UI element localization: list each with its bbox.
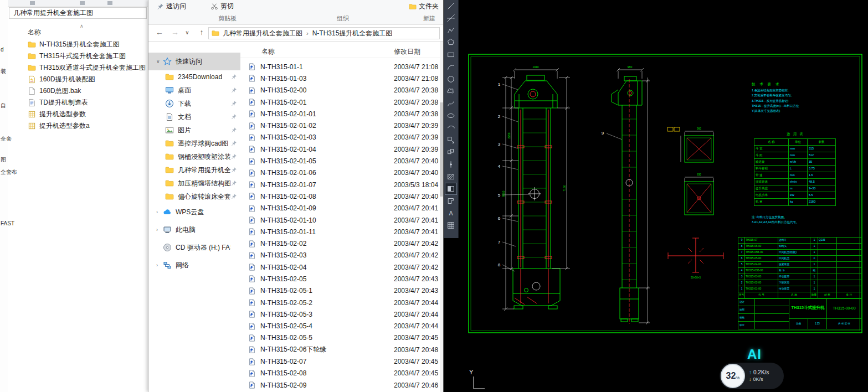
- sidebar-item[interactable]: 几种常用提升机全套: [148, 163, 240, 177]
- file-row[interactable]: N-TH315-02-01-10 2003/4/7 20:41: [240, 214, 440, 226]
- cad-tool-icon[interactable]: [445, 49, 457, 61]
- list-item[interactable]: N-TH315提升机全套施工图: [8, 39, 148, 50]
- cad-tool-icon[interactable]: [445, 171, 457, 183]
- column-header-name[interactable]: 名称: [261, 47, 275, 56]
- file-row[interactable]: N-TH315-02-05-4 2003/4/7 20:44: [240, 321, 440, 332]
- file-row[interactable]: N-TH315-02-03 2003/4/7 20:42: [240, 250, 440, 261]
- file-row[interactable]: N-TH315-02-01-05 2003/4/7 20:40: [240, 155, 440, 167]
- expand-chevron-icon[interactable]: ›: [156, 262, 163, 268]
- cad-tool-icon[interactable]: [445, 134, 457, 146]
- file-row[interactable]: N-TH315-01-1 2003/4/7 21:08: [240, 61, 440, 73]
- list-item[interactable]: TH315双通道斗式提升机全套施工图: [8, 62, 148, 74]
- sidebar-item[interactable]: 下载: [148, 97, 240, 110]
- new-folder-button[interactable]: 文件夹: [409, 2, 439, 11]
- cad-tool-icon[interactable]: [445, 37, 457, 49]
- sidebar-item[interactable]: 桌面: [148, 84, 240, 97]
- expand-chevron-icon[interactable]: ›: [156, 209, 163, 215]
- file-row[interactable]: N-TH315-02-01-04 2003/4/7 20:39: [240, 143, 440, 155]
- cad-tool-icon[interactable]: [445, 158, 457, 171]
- sidebar-item[interactable]: 文档: [148, 110, 240, 123]
- file-row[interactable]: N-TH315-02-01-02 2003/4/7 20:39: [240, 120, 440, 131]
- expand-chevron-icon[interactable]: ∨: [156, 59, 163, 64]
- file-row[interactable]: N-TH315-02-01-07 2003/5/3 18:04: [240, 179, 440, 190]
- forward-button[interactable]: →: [170, 28, 181, 37]
- ai-logo[interactable]: AI: [747, 347, 762, 362]
- sidebar-item[interactable]: CD 驱动器 (H:) FAST: [148, 239, 240, 256]
- sidebar-item[interactable]: ∨ 快速访问: [148, 53, 240, 70]
- file-row[interactable]: N-TH315-02-04 2003/4/7 20:42: [240, 261, 440, 273]
- cad-tool-icon[interactable]: [445, 146, 457, 158]
- cad-tool-icon[interactable]: [445, 24, 457, 37]
- list-item[interactable]: TH315斗式提升机全套施工图: [8, 50, 148, 62]
- list-item[interactable]: 提升机选型参数a: [8, 120, 148, 132]
- list-item[interactable]: TD提升机制造表: [8, 97, 148, 109]
- sidebar-item[interactable]: 偏心旋转滚床全套制: [148, 190, 240, 203]
- cut-button[interactable]: 剪切: [210, 2, 234, 11]
- download-speed-widget[interactable]: 32 % ↑0.2K/s ↓0K/s: [720, 363, 784, 389]
- parameter-table-caption: 选 用 表: [754, 132, 837, 138]
- column-header-date[interactable]: 修改日期: [394, 47, 420, 56]
- breadcrumb-segment[interactable]: 几种常用提升机全套施工图: [223, 29, 302, 38]
- file-row[interactable]: N-TH315-02-01-09 2003/4/7 20:41: [240, 203, 440, 214]
- cad-tool-icon[interactable]: [445, 61, 457, 73]
- file-row[interactable]: N-TH315-02-07 2003/4/7 20:45: [240, 355, 440, 367]
- cad-tool-icon[interactable]: [445, 73, 457, 85]
- file-row[interactable]: N-TH315-02-01-03 2003/4/7 20:39: [240, 132, 440, 143]
- file-row[interactable]: N-TH315-02-08 2003/4/7 20:45: [240, 368, 440, 379]
- cad-tool-icon[interactable]: [445, 12, 457, 24]
- file-row[interactable]: N-TH315-01-03 2003/4/7 21:08: [240, 73, 440, 84]
- address-bar[interactable]: 几种常用提升机全套施工图 › N-TH315提升机全套施工图: [208, 27, 440, 39]
- sidebar-item-label: 桌面: [178, 86, 230, 95]
- sidebar-item[interactable]: 钢桶浸塑喷塑涂装设: [148, 150, 240, 163]
- file-row[interactable]: N-TH315-02-01-01 2003/4/7 20:38: [240, 108, 440, 120]
- breadcrumb-segment[interactable]: N-TH315提升机全套施工图: [312, 29, 393, 38]
- file-row[interactable]: N-TH315-02-01 2003/4/7 20:38: [240, 96, 440, 108]
- file-row[interactable]: N-TH315-02-01-06 2003/4/7 20:40: [240, 167, 440, 179]
- file-row[interactable]: N-TH315-02-05-5 2003/4/7 20:45: [240, 332, 440, 344]
- history-dropdown-button[interactable]: ∨: [182, 29, 193, 35]
- file-row[interactable]: N-TH315-02-01-08 2003/4/7 20:40: [240, 190, 440, 202]
- sidebar-item[interactable]: 2345Download: [148, 70, 240, 84]
- file-row[interactable]: N-TH315-02-09 2003/4/7 20:46: [240, 379, 440, 391]
- scrollbar-thumb[interactable]: [440, 102, 443, 197]
- sidebar-item-label: 加压精馏塔结构图: [178, 179, 230, 188]
- dwg-file-icon: [248, 275, 256, 283]
- cad-tool-icon[interactable]: [445, 219, 457, 231]
- sidebar-item[interactable]: 遥控浮球阀cad图: [148, 137, 240, 150]
- sidebar-item[interactable]: › 网络: [148, 256, 240, 274]
- back-button[interactable]: ←: [154, 28, 165, 37]
- column-header-name[interactable]: 名称: [28, 28, 41, 37]
- file-row[interactable]: N-TH315-02-06下轮缘 2003/4/7 20:48: [240, 344, 440, 355]
- file-row[interactable]: N-TH315-02-05-2 2003/4/7 20:44: [240, 297, 440, 308]
- list-item[interactable]: 160D总图.bak: [8, 85, 148, 97]
- folder-title[interactable]: 几种常用提升机全套施工图: [9, 7, 147, 19]
- expand-chevron-icon[interactable]: ›: [156, 227, 163, 233]
- cad-tool-icon[interactable]: [445, 85, 457, 97]
- sidebar-item[interactable]: 加压精馏塔结构图: [148, 177, 240, 190]
- up-button[interactable]: ↑: [196, 28, 207, 37]
- file-name: N-TH315-02-01-04: [260, 146, 316, 153]
- file-row[interactable]: N-TH315-02-05 2003/4/7 20:43: [240, 273, 440, 285]
- cad-tool-icon[interactable]: [445, 110, 457, 122]
- sidebar-item[interactable]: › WPS云盘: [148, 203, 240, 221]
- file-name: N-TH315-02-07: [260, 358, 306, 365]
- cad-tool-icon[interactable]: [445, 97, 457, 110]
- cad-tool-icon[interactable]: [445, 195, 457, 207]
- technical-notes: 技 术 要 求1.各法兰结合面应加垫密封;2.安装后牵引构件张紧应均匀;3.TH…: [752, 81, 845, 114]
- list-item[interactable]: 提升机选型参数: [8, 109, 148, 120]
- file-row[interactable]: N-TH315-02-01-11 2003/4/7 20:41: [240, 226, 440, 238]
- scrollbar[interactable]: [440, 42, 443, 392]
- file-row[interactable]: N-TH315-02-05-3 2003/4/7 20:44: [240, 308, 440, 320]
- file-row[interactable]: N-TH315-02-05-1 2003/4/7 20:43: [240, 285, 440, 297]
- sidebar-item[interactable]: › 此电脑: [148, 221, 240, 239]
- sidebar-item[interactable]: 图片: [148, 123, 240, 137]
- file-name: TH315斗式提升机全套施工图: [39, 51, 126, 61]
- cad-tool-icon[interactable]: [445, 122, 457, 134]
- cad-tool-icon[interactable]: [445, 0, 457, 12]
- file-row[interactable]: N-TH315-02-00 2003/4/7 20:38: [240, 85, 440, 96]
- cad-tool-icon[interactable]: A: [445, 207, 457, 219]
- pin-quick-access-button[interactable]: 速访问: [156, 2, 186, 11]
- cad-tool-icon[interactable]: [445, 183, 457, 195]
- file-row[interactable]: N-TH315-02-02 2003/4/7 20:42: [240, 238, 440, 249]
- list-item[interactable]: 160D提升机装配图: [8, 74, 148, 85]
